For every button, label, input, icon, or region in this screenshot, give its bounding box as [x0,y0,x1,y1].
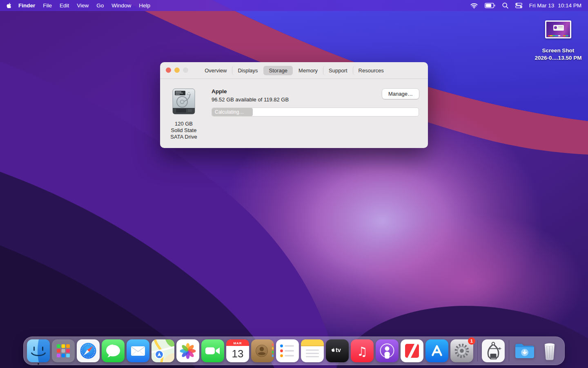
storage-panel: 120 GBSolid StateSATA Drive Apple 96.52 … [160,79,428,140]
notes-icon [301,339,324,362]
menu-bar-clock[interactable]: Fri Mar 13 10:14 PM [529,2,581,9]
dock-item-tv[interactable]: tv [326,339,349,362]
clock-date: Fri Mar 13 [529,2,555,9]
traffic-lights [166,67,188,73]
control-center-icon[interactable] [515,3,522,8]
menu-item[interactable]: Edit [60,2,69,9]
calendar-icon: MAR 13 [226,339,249,362]
photos-icon [176,339,199,362]
apple-logo-icon [6,2,11,9]
window-titlebar[interactable]: OverviewDisplaysStorageMemorySupportReso… [160,62,428,79]
tab[interactable]: Memory [293,66,323,75]
mail-icon [127,339,149,362]
menu-item[interactable]: View [77,2,89,9]
storage-usage-bar: Calculating… [212,108,419,117]
calendar-day-text: 13 [232,348,244,360]
dock-separator [477,340,478,361]
tab[interactable]: Overview [199,66,232,75]
dock-item-notes[interactable] [301,339,324,362]
dock: MAR 13 [23,337,565,365]
disk-caption: 120 GBSolid StateSATA Drive [165,121,203,140]
dock-item-contacts[interactable] [251,339,274,362]
facetime-icon [201,339,224,362]
reminders-icon [276,339,299,362]
battery-icon[interactable] [485,3,495,8]
disk-caption-line: SATA Drive [165,134,203,140]
podcasts-icon [376,339,399,362]
dock-item-system-preferences[interactable]: 1 [450,339,473,362]
desktop: Finder FileEditViewGoWindowHelp [0,0,588,368]
music-icon: ♫ [351,339,374,362]
manage-button[interactable]: Manage… [382,89,419,99]
tab[interactable]: Support [323,66,353,75]
dock-item-app-store[interactable] [425,339,448,362]
hard-drive-icon [172,88,196,115]
apple-tv-icon: tv [326,339,349,362]
dock-item-calendar[interactable]: MAR 13 [226,339,249,362]
tab[interactable]: Storage [263,66,293,75]
wifi-icon[interactable] [470,3,478,9]
notification-badge: 1 [468,337,475,345]
disk-details: Apple 96.52 GB available of 119.82 GB Ma… [212,88,419,140]
dock-item-downloads-folder[interactable] [513,339,536,362]
zoom-button-disabled [183,67,188,73]
contacts-icon [251,339,274,362]
tab[interactable]: Resources [353,66,389,75]
dock-item-safari[interactable] [77,339,100,362]
menu-item[interactable]: Window [111,2,131,9]
dock-item-trash[interactable] [538,339,561,362]
dock-item-maps[interactable] [151,339,174,362]
spotlight-search-icon[interactable] [502,2,508,9]
clock-time: 10:14 PM [558,2,581,9]
safari-icon [77,339,100,362]
about-this-mac-window: OverviewDisplaysStorageMemorySupportReso… [160,62,428,148]
calculating-segment: Calculating… [212,108,253,116]
screenshot-thumbnail-icon [545,20,571,38]
svg-text:♫: ♫ [357,344,368,359]
maps-icon [151,339,174,362]
dock-item-music[interactable]: ♫ [351,339,374,362]
messages-icon [102,339,125,362]
menu-bar: Finder FileEditViewGoWindowHelp [0,0,588,11]
toolbar-tabs: OverviewDisplaysStorageMemorySupportReso… [199,66,389,75]
dock-item-launchpad[interactable] [52,339,75,362]
dock-item-photos[interactable] [176,339,199,362]
calipers-chip-icon [482,339,505,362]
dock-item-podcasts[interactable] [376,339,399,362]
menu-item[interactable]: File [43,2,52,9]
desktop-file-label-line1: Screen Shot [535,47,582,54]
minimize-button[interactable] [174,67,180,73]
dock-item-reminders[interactable] [276,339,299,362]
disk-caption-line: Solid State [165,127,203,134]
dock-item-news[interactable] [401,339,423,362]
desktop-file-label-line2: 2026-0....13.50 PM [535,54,582,62]
tab[interactable]: Displays [232,66,263,75]
calculating-label: Calculating… [215,109,244,115]
desktop-file-label: Screen Shot 2026-0....13.50 PM [535,47,582,62]
running-indicator-dot [38,363,39,365]
desktop-file-screenshot[interactable]: Screen Shot 2026-0....13.50 PM [531,20,585,62]
finder-icon [27,339,50,362]
calendar-month-text: MAR [233,341,242,345]
disk-figure: 120 GBSolid StateSATA Drive [165,88,203,140]
tv-label-text: tv [336,347,341,353]
menu-items: FileEditViewGoWindowHelp [43,2,158,9]
wallpaper [0,0,588,368]
dock-separator [509,340,509,361]
dock-item-facetime[interactable] [201,339,224,362]
app-store-icon [425,339,448,362]
downloads-folder-icon [513,339,536,362]
dock-item-finder[interactable] [27,339,50,362]
active-app-menu[interactable]: Finder [18,2,35,9]
dock-item-messages[interactable] [102,339,125,362]
close-button[interactable] [166,67,171,73]
launchpad-icon [52,339,75,362]
menu-item[interactable]: Go [96,2,104,9]
dock-item-hardware-utility[interactable] [482,339,505,362]
apple-menu[interactable] [6,2,11,9]
disk-caption-line: 120 GB [165,121,203,127]
dock-item-mail[interactable] [127,339,149,362]
trash-icon [538,339,561,362]
news-icon [401,339,423,362]
menu-item[interactable]: Help [139,2,150,9]
